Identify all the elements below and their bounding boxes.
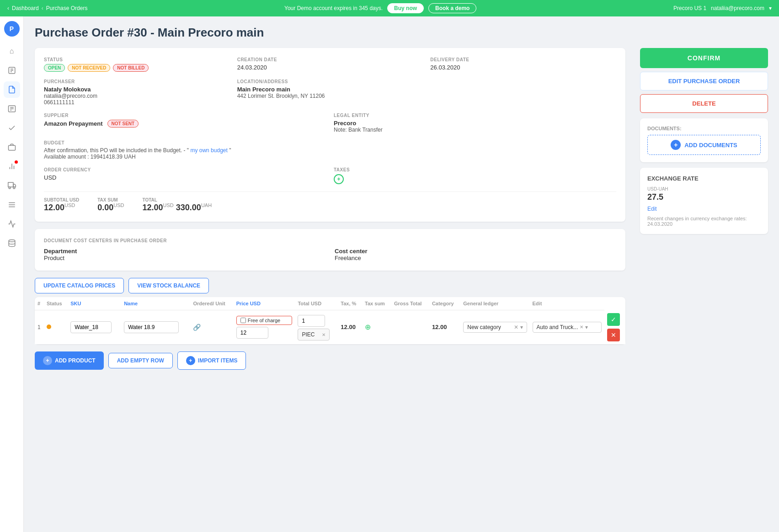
sidebar-item-menu[interactable] — [4, 197, 20, 213]
delete-button[interactable]: DELETE — [640, 94, 768, 113]
row-status — [44, 310, 68, 344]
sidebar-item-reports[interactable] — [4, 158, 20, 175]
row-category[interactable]: New category ✕ ▾ — [460, 310, 529, 344]
user-info: Precoro US 1 nataliia@precoro.com ▾ — [673, 5, 772, 11]
svg-point-14 — [9, 187, 11, 189]
add-docs-plus-icon: + — [671, 140, 681, 150]
logo[interactable]: P — [4, 21, 20, 37]
edit-po-button[interactable]: EDIT PURCHASE ORDER — [640, 72, 768, 90]
unit-x-icon[interactable]: ✕ — [322, 332, 325, 337]
badge-not-received: NOT RECEIVED — [68, 64, 110, 72]
breadcrumb-sep: ‹ — [42, 5, 43, 11]
col-total-usd: Total USD — [295, 297, 338, 310]
sku-input[interactable] — [70, 321, 112, 333]
add-product-plus-icon: + — [43, 356, 52, 365]
sidebar-item-requisitions[interactable] — [4, 62, 20, 79]
breadcrumb-po[interactable]: Purchase Orders — [46, 5, 88, 11]
add-empty-row-button[interactable]: ADD EMPTY ROW — [108, 353, 173, 368]
sidebar-item-approvals[interactable] — [4, 120, 20, 136]
sidebar-item-purchase-orders[interactable] — [4, 81, 20, 98]
unit-select[interactable]: PIEC ✕ — [298, 329, 330, 340]
action-panel: CONFIRM EDIT PURCHASE ORDER DELETE DOCUM… — [640, 48, 768, 234]
svg-point-19 — [9, 240, 15, 242]
col-price-usd: Price USD — [234, 297, 295, 310]
row-ledger[interactable]: Auto and Truck... ✕ ▾ — [530, 310, 605, 344]
sidebar-item-analytics[interactable] — [4, 216, 20, 232]
import-plus-icon: + — [186, 356, 195, 365]
sidebar-item-database[interactable] — [4, 235, 20, 251]
department-section: Department Product — [44, 248, 325, 261]
category-label: New category — [467, 324, 501, 330]
ledger-x-icon[interactable]: ✕ — [580, 325, 583, 330]
badge-not-billed: NOT BILLED — [113, 64, 149, 72]
products-table-card: # Status SKU Name Ordered/ Unit Price US… — [35, 297, 625, 344]
breadcrumb: ‹ Dashboard ‹ Purchase Orders — [7, 5, 87, 11]
status-dot — [47, 325, 51, 329]
row-gross-total: 12.00 — [429, 310, 460, 344]
book-demo-button[interactable]: Book a demo — [428, 3, 476, 13]
category-arrow-icon[interactable]: ▾ — [520, 324, 523, 330]
confirm-button[interactable]: CONFIRM — [640, 48, 768, 68]
col-category: Category — [429, 297, 460, 310]
taxes-icon[interactable]: + — [334, 174, 344, 184]
svg-marker-13 — [13, 184, 16, 187]
user-email: nataliia@precoro.com — [711, 5, 764, 11]
cost-centers-card: DOCUMENT COST CENTERS IN PURCHASE ORDER … — [35, 229, 625, 271]
add-product-button[interactable]: + ADD PRODUCT — [35, 351, 104, 370]
import-items-button[interactable]: + IMPORT ITEMS — [177, 351, 246, 370]
category-x-icon[interactable]: ✕ — [514, 324, 518, 330]
chevron-down-icon[interactable]: ▾ — [769, 5, 772, 11]
col-general-ledger: General ledger — [460, 297, 529, 310]
total-section: TOTAL 12.00USD 330.00UAH — [143, 197, 212, 213]
legal-entity-section: LEGAL ENTITY Precoro Note: Bank Transfer — [334, 113, 616, 133]
update-catalog-button[interactable]: UPDATE CATALOG PRICES — [35, 278, 124, 293]
link-icon[interactable]: 🔗 — [193, 324, 201, 331]
qty-input[interactable] — [298, 315, 325, 327]
demo-message: Your Demo account expires in 345 days. — [284, 5, 383, 11]
row-price-col: Free of charge — [234, 310, 295, 344]
col-sku: SKU — [68, 297, 121, 310]
budget-text2: " — [229, 147, 231, 154]
row-num: 1 — [35, 310, 44, 344]
svg-rect-12 — [8, 182, 13, 187]
sidebar-item-invoices[interactable] — [4, 101, 20, 117]
col-status: Status — [44, 297, 68, 310]
budget-link[interactable]: my own budget — [190, 147, 227, 154]
price-input[interactable] — [236, 327, 268, 339]
sidebar-item-inventory[interactable] — [4, 139, 20, 155]
breadcrumb-dashboard[interactable]: Dashboard — [12, 5, 39, 11]
buy-now-button[interactable]: Buy now — [387, 3, 424, 13]
add-documents-button[interactable]: + ADD DOCUMENTS — [647, 135, 761, 155]
sidebar-item-home[interactable]: ⌂ — [4, 43, 20, 59]
view-stock-button[interactable]: VIEW STOCK BALANCE — [128, 278, 209, 293]
free-of-charge-checkbox[interactable] — [240, 318, 246, 323]
po-details-card: STATUS OPEN NOT RECEIVED NOT BILLED CREA… — [35, 48, 625, 222]
badge-not-sent: NOT SENT — [107, 120, 139, 128]
subtotal-section: SUBTOTAL USD 12.00USD — [44, 197, 79, 213]
creation-date-section: CREATION DATE 24.03.2020 — [237, 57, 423, 72]
account-name: Precoro US 1 — [673, 5, 706, 11]
name-input[interactable] — [124, 321, 179, 333]
ledger-arrow-icon[interactable]: ▾ — [585, 324, 588, 330]
documents-card: DOCUMENTS: + ADD DOCUMENTS — [640, 118, 768, 162]
col-ordered-unit: Ordered/ Unit — [190, 297, 233, 310]
main-content: Purchase Order #30 - Main Precoro main S… — [24, 16, 779, 532]
row-cancel-button[interactable]: ✕ — [607, 329, 620, 341]
col-gross-total: Gross Total — [391, 297, 429, 310]
svg-point-15 — [13, 187, 15, 189]
exchange-edit-link[interactable]: Edit — [647, 206, 657, 212]
page-title: Purchase Order #30 - Main Precoro main — [35, 26, 768, 40]
row-sku[interactable] — [68, 310, 121, 344]
row-tax-icon[interactable]: ⊕ — [362, 310, 391, 344]
row-ordered-qty[interactable]: PIEC ✕ — [295, 310, 338, 344]
budget-text: After confirmation, this PO will be incl… — [44, 147, 189, 154]
exchange-rate-card: EXCHANGE RATE USD-UAH 27.5 Edit Recent c… — [640, 168, 768, 234]
demo-banner: Your Demo account expires in 345 days. B… — [284, 3, 476, 13]
sidebar-item-truck[interactable] — [4, 177, 20, 194]
row-name[interactable] — [121, 310, 190, 344]
col-tax-sum: Tax sum — [362, 297, 391, 310]
taxes-section: TAXES + — [334, 167, 616, 184]
table-row: 1 🔗 — [35, 310, 625, 344]
purchaser-section: PURCHASER Nataly Molokova nataliia@preco… — [44, 79, 230, 106]
row-confirm-button[interactable]: ✓ — [607, 313, 620, 326]
